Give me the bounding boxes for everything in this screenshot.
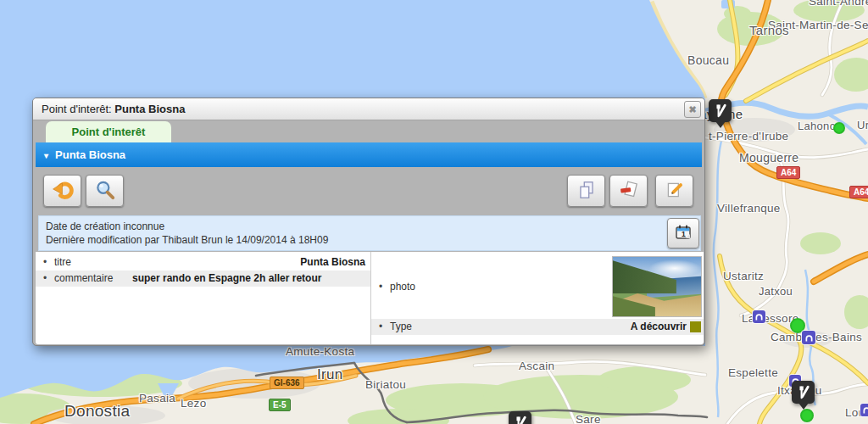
- delete-button[interactable]: [609, 175, 648, 207]
- svg-text:1: 1: [682, 230, 686, 238]
- map-label: Espelette: [728, 366, 778, 379]
- delete-icon: [618, 179, 640, 204]
- map-label: Saint-André: [809, 0, 868, 8]
- road-shield: A64: [776, 166, 800, 179]
- collapse-caret-icon: ▾: [44, 151, 48, 160]
- titre-value: Punta Biosna: [300, 254, 365, 271]
- map-label: Cambo-les-Bains: [771, 331, 862, 343]
- map-marker-restaurant[interactable]: [709, 99, 732, 122]
- copy-icon: [576, 179, 598, 204]
- commentaire-value: super rando en Espagne 2h aller retour: [132, 271, 321, 287]
- field-row-titre: titre Punta Biosna: [36, 254, 370, 271]
- map-marker-poi[interactable]: [802, 331, 815, 344]
- close-icon: ✖: [688, 104, 696, 114]
- calendar-icon: 1: [673, 222, 693, 245]
- dialog-title-prefix: Point d'interêt:: [42, 103, 114, 115]
- section-title: Punta Biosna: [55, 148, 125, 161]
- fork-knife-icon: [512, 415, 528, 424]
- fork-knife-icon: [795, 384, 811, 400]
- poi-dialog: Point d'interêt: Punta Biosna ✖ Point d'…: [32, 98, 705, 346]
- map-marker-poi[interactable]: [753, 310, 765, 323]
- map-marker-dot[interactable]: [800, 409, 814, 422]
- map-label: Biriatou: [365, 378, 406, 391]
- app-window: Saint-AndréSaint-Martin-de-SeignTarnosBo…: [0, 0, 868, 424]
- history-button[interactable]: 1: [667, 218, 699, 248]
- section-header[interactable]: ▾Punta Biosna: [36, 142, 702, 167]
- map-label: Ustaritz: [723, 270, 764, 282]
- type-label: Type: [390, 321, 412, 332]
- map-label: Tarnos: [749, 23, 789, 37]
- field-row-type: Type A découvrir: [371, 319, 704, 335]
- type-color-swatch: [690, 321, 701, 332]
- edit-button[interactable]: [655, 175, 693, 207]
- map-label: Sare: [576, 413, 601, 424]
- map-label: Mouguerre: [739, 151, 798, 165]
- dialog-title-name: Punta Biosna: [114, 103, 185, 115]
- bridge-arch-icon: [754, 312, 764, 321]
- map-label: Ascain: [519, 360, 554, 372]
- metadata-panel: Date de création inconnue Dernière modif…: [38, 215, 701, 251]
- map-label: Amute-Kosta: [286, 345, 354, 358]
- fork-knife-icon: [712, 103, 728, 119]
- map-marker-restaurant[interactable]: [792, 381, 815, 404]
- map-label: Ur: [857, 119, 868, 131]
- road-shield: E-5: [269, 399, 291, 411]
- road-shield: GI-636: [270, 377, 304, 389]
- map-marker-dot[interactable]: [833, 122, 845, 134]
- map-label: Pasaia: [139, 392, 175, 404]
- undo-arrow-icon: [52, 179, 74, 204]
- field-row-commentaire: commentaire super rando en Espagne 2h al…: [36, 271, 370, 287]
- map-label: Lezo: [181, 397, 206, 410]
- map-label: Irun: [317, 366, 343, 383]
- undo-button[interactable]: [43, 175, 81, 207]
- map-label: Donostia: [64, 402, 130, 421]
- map-marker-poi[interactable]: [860, 404, 868, 416]
- map-marker-restaurant[interactable]: [509, 411, 531, 424]
- magnifier-icon: [94, 179, 116, 204]
- map-label: Boucau: [687, 53, 729, 67]
- photo-thumbnail[interactable]: [613, 257, 701, 316]
- copy-button[interactable]: [567, 175, 605, 207]
- tab-point-interet[interactable]: Point d'interêt: [46, 121, 171, 142]
- pencil-icon: [664, 179, 686, 204]
- field-row-photo: photo: [371, 254, 704, 319]
- map-label: Jatxou: [759, 285, 793, 298]
- creation-date-text: Date de création inconnue: [46, 220, 693, 233]
- titre-label: titre: [54, 256, 71, 268]
- close-button[interactable]: ✖: [684, 101, 701, 118]
- bridge-arch-icon: [804, 333, 814, 343]
- map-label: t-Pierre-d'Irube: [709, 130, 788, 142]
- road-shield: A64: [849, 186, 868, 198]
- map-label: Villefranque: [717, 202, 781, 215]
- commentaire-label: commentaire: [54, 272, 113, 284]
- bridge-arch-icon: [862, 405, 868, 415]
- fields-area: titre Punta Biosna commentaire super ran…: [36, 252, 704, 344]
- last-modified-text: Dernière modification par Thibault Brun …: [46, 233, 693, 247]
- zoom-to-button[interactable]: [86, 175, 124, 207]
- type-value: A découvrir: [631, 319, 687, 335]
- photo-label: photo: [390, 281, 415, 293]
- dialog-titlebar[interactable]: Point d'interêt: Punta Biosna ✖: [33, 98, 704, 120]
